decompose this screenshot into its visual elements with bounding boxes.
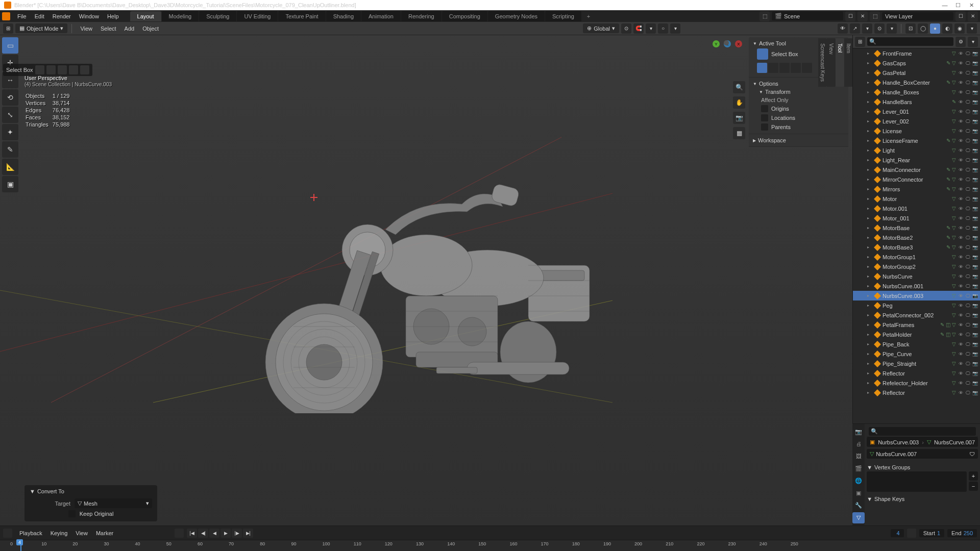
render-toggle[interactable]: 📷 bbox=[972, 234, 978, 241]
render-toggle[interactable]: 📷 bbox=[972, 331, 978, 338]
viewport-toggle[interactable]: 🖵 bbox=[965, 244, 971, 251]
expand-arrow-icon[interactable]: ▸ bbox=[867, 196, 872, 201]
3d-viewport[interactable]: ▭ ✛ ↔ ⟲ ⤡ ✦ ✎ 📐 ▣ Select Box User Perspe… bbox=[0, 35, 852, 525]
hide-toggle[interactable]: 👁 bbox=[958, 273, 964, 280]
scene-browse-icon[interactable]: ⬚ bbox=[760, 11, 770, 21]
expand-arrow-icon[interactable]: ▸ bbox=[867, 119, 872, 123]
play-reverse[interactable]: ◀ bbox=[209, 529, 219, 538]
render-toggle[interactable]: 📷 bbox=[972, 79, 978, 86]
hide-toggle[interactable]: 👁 bbox=[958, 350, 964, 357]
hide-toggle[interactable]: 👁 bbox=[958, 234, 964, 241]
expand-arrow-icon[interactable]: ▸ bbox=[867, 284, 872, 288]
hide-toggle[interactable]: 👁 bbox=[958, 118, 964, 124]
expand-arrow-icon[interactable]: ▸ bbox=[867, 313, 872, 317]
drag-mode-5[interactable] bbox=[802, 63, 812, 73]
prop-tab-world[interactable]: 🌐 bbox=[852, 475, 865, 487]
drag-mode-2[interactable] bbox=[768, 63, 778, 73]
axis-x[interactable]: X bbox=[735, 40, 742, 47]
proportional-dropdown[interactable]: ▾ bbox=[670, 23, 680, 34]
hide-toggle[interactable]: 👁 bbox=[958, 283, 964, 289]
xray-toggle[interactable]: ⊡ bbox=[905, 23, 916, 34]
expand-arrow-icon[interactable]: ▸ bbox=[867, 158, 872, 162]
outliner-item-lever-002[interactable]: ▸Lever_002▽👁🖵📷 bbox=[853, 116, 980, 126]
prop-tab-object[interactable]: ▣ bbox=[852, 488, 865, 499]
expand-arrow-icon[interactable]: ▸ bbox=[867, 177, 872, 182]
snap-toggle[interactable]: 🧲 bbox=[633, 23, 644, 34]
expand-arrow-icon[interactable]: ▸ bbox=[867, 361, 872, 366]
outliner-item-gaspetal[interactable]: ▸GasPetal▽👁🖵📷 bbox=[853, 68, 980, 78]
rotate-tool[interactable]: ⟲ bbox=[2, 89, 18, 106]
checkbox-origins[interactable] bbox=[761, 105, 768, 112]
workspace-tab-animation[interactable]: Animation bbox=[361, 11, 401, 21]
shape-keys-header[interactable]: ▼Shape Keys bbox=[867, 495, 978, 503]
workspace-tab-texture-paint[interactable]: Texture Paint bbox=[278, 11, 325, 21]
viewport-menu-view[interactable]: View bbox=[76, 24, 96, 33]
render-toggle[interactable]: 📷 bbox=[972, 118, 978, 124]
jump-start[interactable]: |◀ bbox=[187, 529, 197, 538]
hide-toggle[interactable]: 👁 bbox=[958, 166, 964, 173]
viewport-toggle[interactable]: 🖵 bbox=[965, 137, 971, 144]
viewport-toggle[interactable]: 🖵 bbox=[965, 263, 971, 270]
workspace-tab-compositing[interactable]: Compositing bbox=[442, 11, 487, 21]
expand-arrow-icon[interactable]: ▸ bbox=[867, 381, 872, 385]
prop-tab-output[interactable]: 🖨 bbox=[852, 438, 865, 449]
select-mode-5[interactable] bbox=[80, 65, 89, 74]
expand-arrow-icon[interactable]: ▸ bbox=[867, 206, 872, 211]
outliner-item-pipe-back[interactable]: ▸Pipe_Back▽👁🖵📷 bbox=[853, 339, 980, 349]
workspace-tab-sculpting[interactable]: Sculpting bbox=[199, 11, 236, 21]
prop-tab-viewlayer[interactable]: 🖼 bbox=[852, 450, 865, 462]
viewport-toggle[interactable]: 🖵 bbox=[965, 98, 971, 105]
shading-solid[interactable]: ● bbox=[930, 23, 940, 34]
hide-toggle[interactable]: 👁 bbox=[958, 263, 964, 270]
annotate-tool[interactable]: ✎ bbox=[2, 141, 18, 158]
shading-rendered[interactable]: ◉ bbox=[954, 23, 965, 34]
render-toggle[interactable]: 📷 bbox=[972, 370, 978, 377]
outliner-item-handle-boxcenter[interactable]: ▸Handle_BoxCenter✎ ▽👁🖵📷 bbox=[853, 78, 980, 87]
outliner-item-nurbscurve-003[interactable]: ▸NurbsCurve.003▽👁🖵📷 bbox=[853, 291, 980, 300]
editor-type-button[interactable]: ⊞ bbox=[3, 23, 13, 34]
outliner-item-petalframes[interactable]: ▸PetalFrames✎ ◫ ▽👁🖵📷 bbox=[853, 320, 980, 330]
outliner-item-pipe-straight[interactable]: ▸Pipe_Straight▽👁🖵📷 bbox=[853, 359, 980, 368]
outliner-item-petalconnector-002[interactable]: ▸PetalConnector_002▽👁🖵📷 bbox=[853, 310, 980, 320]
viewport-toggle[interactable]: 🖵 bbox=[965, 389, 971, 396]
hide-toggle[interactable]: 👁 bbox=[958, 360, 964, 367]
target-dropdown[interactable]: ▽ Mesh ▾ bbox=[75, 498, 152, 508]
hide-toggle[interactable]: 👁 bbox=[958, 137, 964, 144]
viewport-toggle[interactable]: 🖵 bbox=[965, 283, 971, 289]
hide-toggle[interactable]: 👁 bbox=[958, 128, 964, 134]
outliner-item-motor[interactable]: ▸Motor▽👁🖵📷 bbox=[853, 194, 980, 204]
viewport-toggle[interactable]: 🖵 bbox=[965, 224, 971, 231]
render-toggle[interactable]: 📷 bbox=[972, 215, 978, 221]
npanel-tab-item[interactable]: Item bbox=[844, 38, 852, 87]
viewport-toggle[interactable]: 🖵 bbox=[965, 108, 971, 115]
viewport-menu-object[interactable]: Object bbox=[138, 24, 163, 33]
viewport-toggle[interactable]: 🖵 bbox=[965, 331, 971, 338]
hide-toggle[interactable]: 👁 bbox=[958, 302, 964, 309]
vertex-groups-list[interactable] bbox=[867, 471, 967, 492]
data-shield-icon[interactable]: 🛡 bbox=[969, 451, 975, 457]
outliner-item-gascaps[interactable]: ▸GasCaps✎ ▽👁🖵📷 bbox=[853, 58, 980, 68]
outliner-item-petalholder[interactable]: ▸PetalHolder✎ ◫ ▽👁🖵📷 bbox=[853, 330, 980, 339]
timeline-menu-marker[interactable]: Marker bbox=[92, 529, 117, 538]
render-toggle[interactable]: 📷 bbox=[972, 380, 978, 386]
expand-arrow-icon[interactable]: ▸ bbox=[867, 274, 872, 279]
timeline-ruler[interactable]: 4 01020304050607080901001101201301401501… bbox=[0, 540, 980, 551]
add-workspace-button[interactable]: + bbox=[583, 11, 594, 21]
expand-arrow-icon[interactable]: ▸ bbox=[867, 216, 872, 220]
drag-mode-4[interactable] bbox=[791, 63, 801, 73]
outliner-item-handle-boxes[interactable]: ▸Handle_Boxes▽👁🖵📷 bbox=[853, 87, 980, 97]
render-toggle[interactable]: 📷 bbox=[972, 186, 978, 192]
render-toggle[interactable]: 📷 bbox=[972, 283, 978, 289]
camera-icon[interactable]: 📷 bbox=[733, 112, 745, 124]
orientation-dropdown[interactable]: ⊕ Global ▾ bbox=[583, 23, 619, 33]
render-toggle[interactable]: 📷 bbox=[972, 292, 978, 299]
close-button[interactable]: ✕ bbox=[967, 2, 976, 9]
shading-dropdown[interactable]: ▾ bbox=[967, 23, 977, 34]
transform-header[interactable]: ▼Transform bbox=[753, 88, 844, 96]
workspace-tab-scripting[interactable]: Scripting bbox=[545, 11, 581, 21]
render-toggle[interactable]: 📷 bbox=[972, 312, 978, 318]
expand-arrow-icon[interactable]: ▸ bbox=[867, 390, 872, 395]
render-toggle[interactable]: 📷 bbox=[972, 302, 978, 309]
expand-arrow-icon[interactable]: ▸ bbox=[867, 342, 872, 346]
outliner-item-light[interactable]: ▸Light▽👁🖵📷 bbox=[853, 145, 980, 155]
